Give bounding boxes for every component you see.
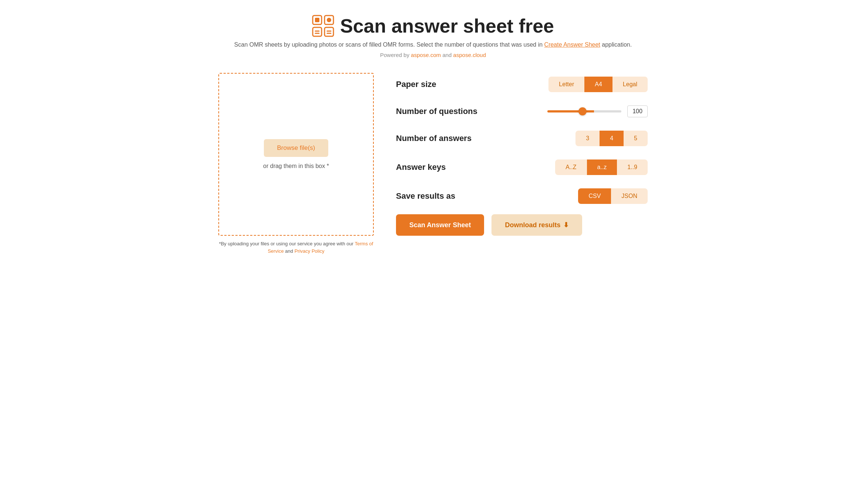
download-results-button[interactable]: Download results ⬇ [491,214,582,236]
questions-slider[interactable] [547,110,621,112]
answer-keys-row: Answer keys A..Z a..z 1..9 [396,159,648,175]
paper-size-legal[interactable]: Legal [612,77,648,92]
answers-5[interactable]: 5 [624,131,648,146]
save-format-options: CSV JSON [578,188,648,204]
svg-rect-1 [315,18,319,22]
paper-size-row: Paper size Letter A4 Legal [396,77,648,92]
page-title: Scan answer sheet free [340,15,554,37]
paper-size-label: Paper size [396,80,477,89]
questions-slider-container: 100 [547,105,648,117]
svg-rect-4 [313,27,322,36]
aspose-cloud-link[interactable]: aspose.cloud [453,52,486,58]
save-results-row: Save results as CSV JSON [396,188,648,204]
main-content: Browse file(s) or drag them in this box … [218,73,648,255]
answers-3[interactable]: 3 [575,131,600,146]
save-results-label: Save results as [396,191,477,201]
save-json[interactable]: JSON [611,188,648,204]
answer-keys-options: A..Z a..z 1..9 [555,159,648,175]
paper-size-a4[interactable]: A4 [584,77,612,92]
page-wrapper: Scan answer sheet free Scan OMR sheets b… [211,0,655,269]
upload-dropzone[interactable]: Browse file(s) or drag them in this box … [218,73,374,236]
answer-keys-az-lower[interactable]: a..z [587,159,617,175]
svg-point-3 [327,18,331,22]
drag-text: or drag them in this box * [263,163,329,169]
answer-keys-numeric[interactable]: 1..9 [617,159,648,175]
title-row: Scan answer sheet free [218,15,648,37]
answers-row: Number of answers 3 4 5 [396,131,648,146]
download-icon: ⬇ [563,221,569,229]
questions-row: Number of questions 100 [396,105,648,117]
omr-icon [312,15,334,37]
answers-4[interactable]: 4 [600,131,624,146]
scan-answer-sheet-button[interactable]: Scan Answer Sheet [396,214,484,236]
create-answer-sheet-link[interactable]: Create Answer Sheet [544,41,600,48]
questions-value: 100 [627,105,648,117]
page-subtitle: Scan OMR sheets by uploading photos or s… [218,41,648,48]
browse-files-button[interactable]: Browse file(s) [264,139,329,157]
aspose-com-link[interactable]: aspose.com [411,52,441,58]
answer-keys-az-upper[interactable]: A..Z [555,159,587,175]
paper-size-letter[interactable]: Letter [548,77,584,92]
paper-size-options: Letter A4 Legal [548,77,648,92]
privacy-link[interactable]: Privacy Policy [295,248,325,254]
page-header: Scan answer sheet free Scan OMR sheets b… [218,15,648,58]
upload-section: Browse file(s) or drag them in this box … [218,73,374,255]
svg-rect-7 [325,27,333,36]
upload-note: *By uploading your files or using our se… [218,240,374,255]
answers-options: 3 4 5 [575,131,648,146]
settings-section: Paper size Letter A4 Legal Number of que… [396,73,648,236]
answer-keys-label: Answer keys [396,162,477,172]
action-row: Scan Answer Sheet Download results ⬇ [396,214,648,236]
save-csv[interactable]: CSV [578,188,611,204]
answers-label: Number of answers [396,134,477,143]
questions-label: Number of questions [396,107,477,116]
powered-by: Powered by aspose.com and aspose.cloud [218,52,648,58]
